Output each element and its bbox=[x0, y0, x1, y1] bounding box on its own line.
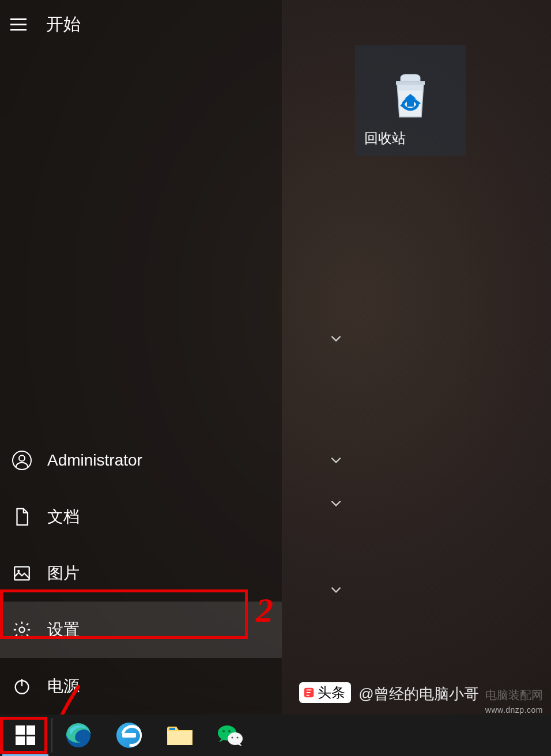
watermark-line1: 头条 @曾经的电脑小哥 电脑装配网 bbox=[299, 682, 543, 704]
menu-item-user[interactable]: Administrator bbox=[0, 432, 282, 489]
chevron-expand-3[interactable] bbox=[329, 496, 344, 511]
taskbar-separator bbox=[51, 718, 52, 753]
start-tiles-area: 回收站 bbox=[282, 0, 551, 715]
svg-point-5 bbox=[19, 627, 24, 632]
start-header: 开始 bbox=[0, 0, 282, 49]
pictures-icon bbox=[12, 563, 32, 584]
start-bottom-list: Administrator 文档 图片 设置 电源 bbox=[0, 432, 282, 715]
windows-logo-icon bbox=[16, 725, 35, 745]
folder-icon bbox=[166, 723, 194, 747]
watermark-author: @曾经的电脑小哥 bbox=[358, 685, 478, 702]
menu-label-user: Administrator bbox=[47, 451, 142, 470]
annotation-number-2: 2 bbox=[256, 591, 273, 630]
taskbar-ie[interactable] bbox=[104, 715, 154, 756]
edge-icon bbox=[65, 722, 92, 749]
menu-item-power[interactable]: 电源 bbox=[0, 658, 282, 715]
svg-point-16 bbox=[236, 736, 238, 738]
svg-point-12 bbox=[228, 732, 243, 745]
svg-rect-10 bbox=[169, 728, 175, 730]
watermark-site-label: 电脑装配网 bbox=[485, 689, 543, 701]
chevron-expand-1[interactable] bbox=[329, 331, 344, 346]
power-icon bbox=[12, 676, 32, 697]
tile-recycle-bin[interactable]: 回收站 bbox=[355, 45, 466, 156]
menu-label-settings: 设置 bbox=[47, 619, 80, 641]
hamburger-icon[interactable] bbox=[10, 14, 31, 35]
svg-point-4 bbox=[17, 570, 20, 572]
taskbar-edge[interactable] bbox=[53, 715, 104, 756]
menu-label-power: 电源 bbox=[47, 675, 80, 697]
menu-item-pictures[interactable]: 图片 bbox=[0, 545, 282, 602]
recycle-bin-icon bbox=[390, 73, 431, 119]
ie-icon bbox=[116, 723, 142, 748]
taskbar-explorer[interactable] bbox=[154, 715, 205, 756]
taskbar bbox=[0, 715, 551, 756]
svg-point-14 bbox=[228, 730, 231, 732]
svg-point-2 bbox=[19, 455, 25, 461]
svg-point-13 bbox=[222, 730, 225, 732]
chevron-expand-4[interactable] bbox=[329, 582, 344, 597]
watermark: 头条 @曾经的电脑小哥 电脑装配网 www.dnzp.com bbox=[299, 682, 543, 715]
document-icon bbox=[12, 506, 32, 527]
start-title: 开始 bbox=[46, 13, 81, 36]
wechat-icon bbox=[217, 721, 244, 749]
menu-item-documents[interactable]: 文档 bbox=[0, 489, 282, 545]
menu-label-pictures: 图片 bbox=[47, 562, 80, 584]
tile-label: 回收站 bbox=[364, 129, 406, 148]
svg-rect-3 bbox=[14, 567, 29, 580]
user-icon bbox=[12, 450, 32, 471]
menu-label-documents: 文档 bbox=[47, 506, 80, 528]
menu-item-settings[interactable]: 设置 bbox=[0, 602, 282, 658]
chevron-expand-2[interactable] bbox=[329, 452, 344, 467]
gear-icon bbox=[12, 619, 32, 640]
start-menu: 开始 Administrator 文档 图片 bbox=[0, 0, 282, 715]
svg-point-15 bbox=[231, 736, 233, 738]
taskbar-start-button[interactable] bbox=[0, 715, 51, 756]
watermark-url: www.dnzp.com bbox=[299, 705, 543, 715]
watermark-tag: 头条 bbox=[299, 682, 351, 703]
taskbar-wechat[interactable] bbox=[205, 715, 256, 756]
